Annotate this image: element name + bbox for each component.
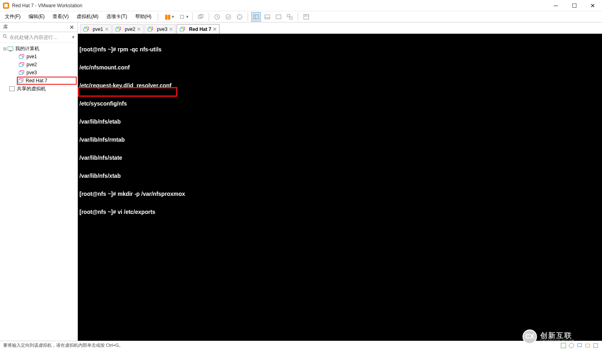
chevron-down-icon: ▼: [171, 15, 175, 19]
tree-my-computer[interactable]: ⊟ 我的计算机: [1, 45, 77, 53]
sidebar-close-button[interactable]: ✕: [69, 24, 74, 31]
svg-rect-13: [287, 14, 290, 17]
window-title: Red Hat 7 - VMware Workstation: [12, 3, 547, 8]
separator: [298, 13, 298, 21]
vm-icon: [115, 26, 122, 33]
terminal-line: /var/lib/nfs/etab: [79, 119, 600, 125]
menu-help[interactable]: 帮助(H): [132, 12, 155, 21]
tab-close-button[interactable]: ✕: [213, 26, 217, 32]
separator: [192, 13, 193, 21]
tab-label: Red Hat 7: [189, 26, 211, 32]
sidebar-title: 库: [3, 24, 8, 31]
snapshot-icon[interactable]: [212, 12, 222, 22]
menu-file[interactable]: 文件(F): [2, 12, 24, 21]
tab-label: pve3: [157, 26, 167, 32]
menu-vm[interactable]: 虚拟机(M): [73, 12, 102, 21]
svg-rect-10: [265, 15, 270, 19]
terminal-line: /var/lib/nfs/xtab: [79, 173, 600, 179]
library-search[interactable]: ▼: [0, 32, 77, 43]
thumbnail-bar-icon[interactable]: [301, 12, 311, 22]
vm-console[interactable]: [root@nfs ~]# rpm -qc nfs-utils /etc/nfs…: [78, 34, 602, 341]
tab-pve3[interactable]: pve3 ✕: [144, 24, 176, 34]
separator: [209, 13, 209, 21]
tree-label: 我的计算机: [15, 45, 39, 52]
tab-close-button[interactable]: ✕: [105, 26, 109, 32]
content-area: pve1 ✕ pve2 ✕ pve3 ✕ Red Hat 7 ✕ [root@n…: [78, 22, 602, 341]
snapshot-revert-icon[interactable]: [224, 12, 233, 22]
fullscreen-icon[interactable]: [274, 12, 283, 22]
menu-edit[interactable]: 编辑(E): [25, 12, 48, 21]
chevron-down-icon[interactable]: ▼: [71, 35, 75, 39]
tree-item-pve2[interactable]: pve2: [1, 61, 77, 69]
svg-point-18: [3, 35, 6, 37]
tree-label: Red Hat 7: [26, 78, 47, 83]
menubar: 文件(F) 编辑(E) 查看(V) 虚拟机(M) 选项卡(T) 帮助(H) ▮▮…: [0, 11, 602, 22]
svg-point-6: [226, 14, 231, 19]
tree-shared-vms[interactable]: 共享的虚拟机: [1, 85, 77, 93]
vm-icon: [179, 26, 186, 33]
svg-rect-14: [290, 17, 292, 19]
snapshot-manager-icon[interactable]: [235, 12, 244, 22]
watermark-text-en: CHUANGXIN HULIAN: [540, 339, 575, 342]
vm-icon: [18, 61, 25, 68]
pause-icon: ▮▮: [165, 13, 170, 20]
search-icon: [2, 34, 8, 41]
tree-label: pve3: [26, 70, 37, 75]
vm-icon: [83, 26, 89, 33]
tree-item-pve3[interactable]: pve3: [1, 69, 77, 77]
view-console-icon[interactable]: [262, 12, 272, 22]
app-icon: [2, 2, 10, 9]
tree-label: pve2: [26, 62, 37, 67]
sidebar-header: 库 ✕: [0, 22, 77, 32]
tab-close-button[interactable]: ✕: [137, 26, 141, 32]
send-ctrl-alt-del-icon[interactable]: [196, 12, 205, 22]
statusbar: 要将输入定向到该虚拟机，请在虚拟机内部单击或按 Ctrl+G。: [0, 341, 602, 350]
tab-label: pve2: [125, 26, 135, 32]
terminal-line: /var/lib/nfs/state: [79, 155, 600, 161]
library-sidebar: 库 ✕ ▼ ⊟ 我的计算机 pve1 pve2: [0, 22, 78, 341]
tree-label: 共享的虚拟机: [17, 85, 46, 92]
vm-icon: [147, 26, 154, 33]
tab-pve2[interactable]: pve2 ✕: [112, 24, 144, 34]
terminal-line: [root@nfs ~]# vi /etc/exports: [79, 209, 600, 215]
chevron-down-icon: ▼: [185, 15, 189, 19]
tree-label: pve1: [26, 54, 37, 59]
terminal-line: [root@nfs ~]# mkdir -p /var/nfsproxmox: [79, 191, 600, 197]
terminal-line: [root@nfs ~]# rpm -qc nfs-utils: [79, 47, 600, 53]
close-button[interactable]: ✕: [584, 0, 602, 11]
svg-rect-12: [276, 15, 281, 19]
shared-icon: [9, 85, 15, 92]
terminal-line: /var/lib/nfs/rmtab: [79, 137, 600, 143]
tab-label: pve1: [93, 26, 103, 32]
tabbar: pve1 ✕ pve2 ✕ pve3 ✕ Red Hat 7 ✕: [78, 22, 602, 34]
svg-line-19: [6, 37, 7, 39]
tree-item-redhat7[interactable]: Red Hat 7: [17, 77, 77, 85]
menu-view[interactable]: 查看(V): [49, 12, 72, 21]
tree-item-pve1[interactable]: pve1: [1, 53, 77, 61]
vm-icon: [18, 77, 24, 84]
window-titlebar: Red Hat 7 - VMware Workstation ─ ☐ ✕: [0, 0, 602, 11]
vm-tree: ⊟ 我的计算机 pve1 pve2 pve3 Red Hat 7: [0, 43, 77, 94]
tab-redhat7[interactable]: Red Hat 7 ✕: [177, 24, 220, 34]
tab-pve1[interactable]: pve1 ✕: [80, 24, 112, 34]
search-input[interactable]: [10, 35, 71, 40]
menu-tabs[interactable]: 选项卡(T): [103, 12, 130, 21]
svg-rect-15: [304, 14, 309, 19]
unity-icon[interactable]: [285, 12, 295, 22]
svg-rect-1: [4, 4, 8, 7]
annotation-box: [78, 87, 177, 97]
view-stretch-icon[interactable]: [251, 12, 261, 22]
main-area: 库 ✕ ▼ ⊟ 我的计算机 pve1 pve2: [0, 22, 602, 341]
separator: [158, 13, 158, 21]
watermark: CX 创新互联 CHUANGXIN HULIAN: [523, 329, 599, 345]
svg-rect-8: [254, 15, 258, 19]
resume-vm-button[interactable]: ▮▮ ▼: [161, 12, 178, 22]
svg-rect-2: [181, 15, 184, 18]
collapse-icon[interactable]: ⊟: [2, 47, 7, 51]
power-button[interactable]: ▼: [179, 12, 189, 22]
minimize-button[interactable]: ─: [547, 0, 565, 11]
maximize-button[interactable]: ☐: [565, 0, 584, 11]
status-message: 要将输入定向到该虚拟机，请在虚拟机内部单击或按 Ctrl+G。: [3, 342, 123, 348]
tab-close-button[interactable]: ✕: [169, 26, 173, 32]
window-controls: ─ ☐ ✕: [547, 0, 602, 11]
